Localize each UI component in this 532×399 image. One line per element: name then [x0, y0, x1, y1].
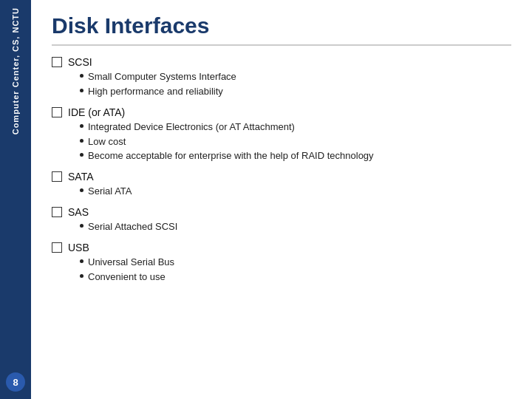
main-content: Disk Interfaces SCSISmall Computer Syste… — [31, 0, 532, 399]
bullet-list-sata: Serial ATA — [80, 185, 511, 199]
section-title-ide: IDE (or ATA) — [68, 106, 125, 118]
bullet-dot-icon — [80, 89, 83, 92]
bullet-text: Become acceptable for enterprise with th… — [88, 149, 374, 163]
list-item: Convenient to use — [80, 270, 511, 284]
bullet-dot-icon — [80, 153, 83, 157]
section-sas: SASSerial Attached SCSI — [52, 206, 511, 234]
bullet-dot-icon — [80, 259, 83, 263]
section-title-sata: SATA — [68, 171, 94, 183]
list-item: High performance and reliability — [80, 85, 511, 99]
bullet-text: Small Computer Systems Interface — [88, 70, 236, 84]
bullet-text: Low cost — [88, 135, 126, 149]
checkbox-icon — [52, 57, 62, 67]
sidebar-label: Computer Center, CS, NCTU — [10, 7, 21, 134]
section-header-sas: SAS — [52, 206, 511, 218]
section-title-usb: USB — [68, 242, 89, 253]
bullet-dot-icon — [80, 224, 83, 228]
section-scsi: SCSISmall Computer Systems InterfaceHigh… — [52, 56, 511, 99]
list-item: Serial Attached SCSI — [80, 220, 511, 234]
section-sata: SATASerial ATA — [52, 171, 511, 199]
page-number: 8 — [6, 372, 25, 392]
title-divider — [52, 44, 511, 46]
checkbox-icon — [52, 207, 62, 217]
sidebar: Computer Center, CS, NCTU 8 — [0, 0, 31, 399]
bullet-dot-icon — [80, 74, 83, 78]
list-item: Become acceptable for enterprise with th… — [80, 149, 511, 163]
bullet-dot-icon — [80, 274, 83, 278]
page-title: Disk Interfaces — [52, 13, 511, 38]
checkbox-icon — [52, 107, 62, 117]
bullet-text: Serial ATA — [88, 185, 132, 199]
bullet-dot-icon — [80, 188, 83, 192]
bullet-dot-icon — [80, 139, 83, 143]
bullet-list-scsi: Small Computer Systems InterfaceHigh per… — [80, 70, 511, 99]
bullet-text: Convenient to use — [88, 270, 166, 284]
section-title-scsi: SCSI — [68, 56, 92, 68]
list-item: Universal Serial Bus — [80, 256, 511, 270]
section-usb: USBUniversal Serial BusConvenient to use — [52, 242, 511, 284]
bullet-dot-icon — [80, 124, 83, 128]
section-ide: IDE (or ATA)Integrated Device Electronic… — [52, 106, 511, 164]
section-title-sas: SAS — [68, 206, 89, 218]
checkbox-icon — [52, 171, 62, 182]
bullet-text: High performance and reliability — [88, 85, 223, 99]
list-item: Small Computer Systems Interface — [80, 70, 511, 84]
list-item: Integrated Device Electronics (or AT Att… — [80, 120, 511, 134]
bullet-text: Universal Serial Bus — [88, 256, 174, 270]
content-area: SCSISmall Computer Systems InterfaceHigh… — [52, 56, 511, 390]
bullet-list-usb: Universal Serial BusConvenient to use — [80, 256, 511, 284]
bullet-text: Serial Attached SCSI — [88, 220, 177, 234]
checkbox-icon — [52, 242, 62, 253]
section-header-scsi: SCSI — [52, 56, 511, 68]
list-item: Low cost — [80, 135, 511, 149]
section-header-sata: SATA — [52, 171, 511, 183]
bullet-list-ide: Integrated Device Electronics (or AT Att… — [80, 120, 511, 164]
list-item: Serial ATA — [80, 185, 511, 199]
bullet-text: Integrated Device Electronics (or AT Att… — [88, 120, 295, 134]
section-header-ide: IDE (or ATA) — [52, 106, 511, 118]
section-header-usb: USB — [52, 242, 511, 253]
bullet-list-sas: Serial Attached SCSI — [80, 220, 511, 234]
